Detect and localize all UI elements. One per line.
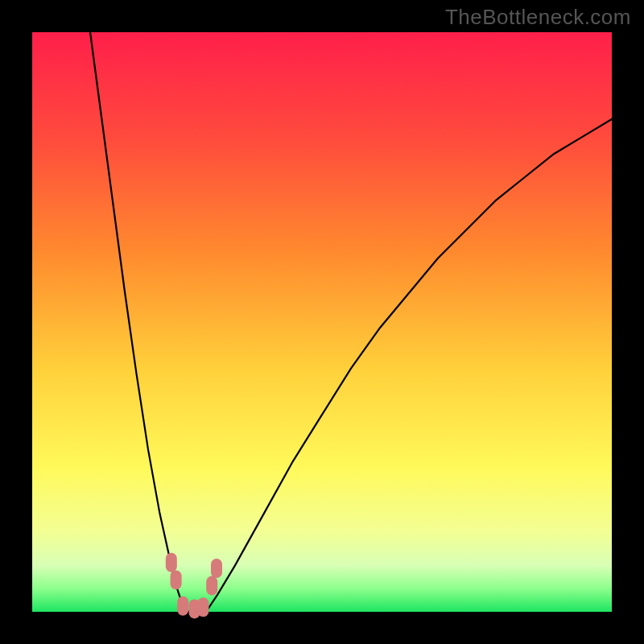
watermark-text: TheBottleneck.com (445, 5, 631, 30)
curve-right-branch (206, 119, 612, 612)
marker-4 (197, 597, 208, 617)
marker-6 (211, 559, 222, 578)
curve-group (90, 32, 612, 612)
chart-svg (32, 32, 612, 612)
marker-2 (177, 597, 188, 616)
marker-0 (166, 553, 177, 572)
marker-group (166, 553, 222, 619)
marker-5 (206, 576, 217, 596)
curve-left-branch (90, 32, 188, 612)
marker-1 (171, 570, 182, 589)
outer-frame: TheBottleneck.com (0, 0, 644, 644)
plot-area (32, 32, 612, 612)
